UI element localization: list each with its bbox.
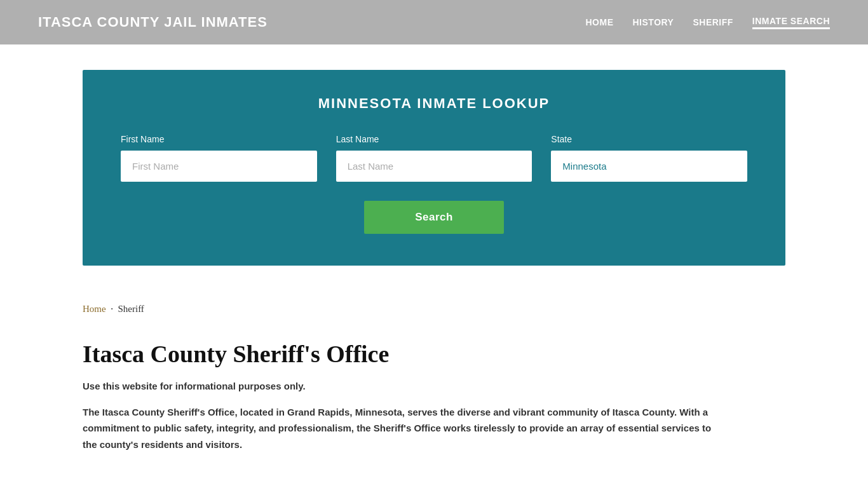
first-name-input[interactable]	[121, 151, 317, 182]
nav-inmate-search[interactable]: INMATE SEARCH	[752, 16, 830, 29]
inmate-lookup-section: MINNESOTA INMATE LOOKUP First Name Last …	[83, 70, 785, 266]
site-title: ITASCA COUNTY JAIL INMATES	[38, 14, 268, 30]
main-nav: HOME HISTORY SHERIFF INMATE SEARCH	[586, 16, 831, 29]
breadcrumb-separator: •	[111, 306, 113, 312]
last-name-group: Last Name	[336, 134, 532, 182]
first-name-group: First Name	[121, 134, 317, 182]
state-group: State	[551, 134, 747, 182]
state-input[interactable]	[551, 151, 747, 182]
description-text: The Itasca County Sheriff's Office, loca…	[83, 404, 718, 453]
site-header: ITASCA COUNTY JAIL INMATES HOME HISTORY …	[0, 0, 868, 44]
first-name-label: First Name	[121, 134, 317, 144]
lookup-title: MINNESOTA INMATE LOOKUP	[121, 95, 747, 112]
search-button-wrap: Search	[121, 201, 747, 234]
last-name-label: Last Name	[336, 134, 532, 144]
page-heading: Itasca County Sheriff's Office	[83, 340, 785, 369]
nav-home[interactable]: HOME	[586, 17, 614, 27]
last-name-input[interactable]	[336, 151, 532, 182]
disclaimer-text: Use this website for informational purpo…	[83, 381, 785, 391]
search-fields-row: First Name Last Name State	[121, 134, 747, 182]
breadcrumb: Home • Sheriff	[0, 291, 868, 327]
breadcrumb-current: Sheriff	[118, 304, 144, 315]
nav-history[interactable]: HISTORY	[633, 17, 674, 27]
main-content: Itasca County Sheriff's Office Use this …	[0, 327, 868, 478]
nav-sheriff[interactable]: SHERIFF	[693, 17, 733, 27]
search-button[interactable]: Search	[364, 201, 504, 234]
breadcrumb-home[interactable]: Home	[83, 304, 106, 315]
state-label: State	[551, 134, 747, 144]
